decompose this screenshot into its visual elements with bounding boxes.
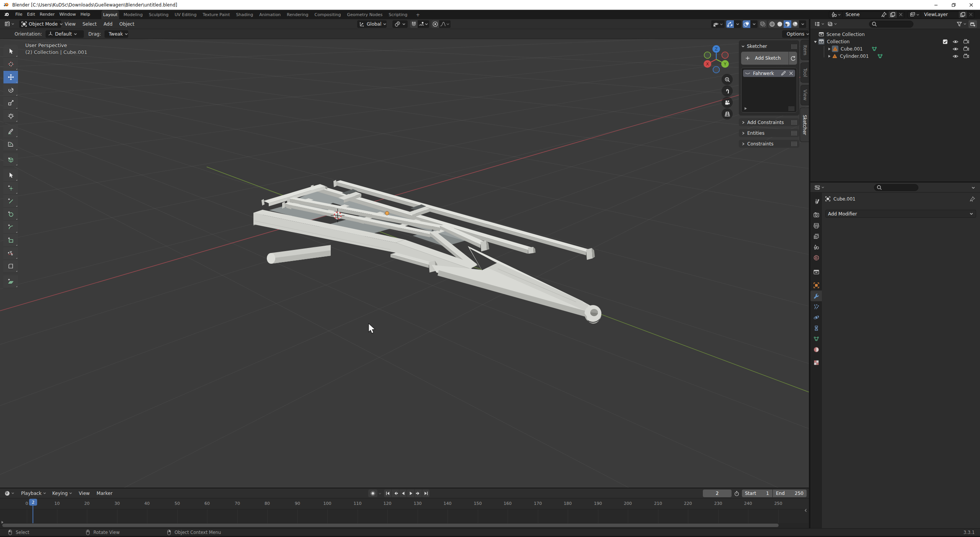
outliner-filter-display-button[interactable] — [826, 20, 838, 28]
properties-tab-material[interactable] — [810, 344, 822, 355]
workspace-tab-geometry-nodes[interactable]: Geometry Nodes — [345, 10, 384, 19]
properties-tab-particles[interactable] — [810, 301, 822, 312]
properties-tab-collection[interactable] — [810, 266, 822, 277]
menu-add[interactable]: Add — [100, 21, 116, 27]
menu-help[interactable]: Help — [78, 10, 92, 19]
menu-edit[interactable]: Edit — [24, 10, 37, 19]
outliner-row-scene-collection[interactable]: Scene Collection — [810, 31, 980, 38]
snap-target-dropdown[interactable] — [418, 20, 429, 28]
view-layer-copy-button[interactable] — [958, 11, 967, 18]
navigation-gizmo[interactable]: Z X Y — [702, 41, 731, 73]
timeline-scrollbar[interactable] — [0, 523, 809, 527]
workspace-tab-rendering[interactable]: Rendering — [285, 10, 310, 19]
current-frame-field[interactable]: 2 — [703, 490, 732, 497]
restore-button[interactable] — [945, 0, 962, 10]
properties-tab-scene[interactable] — [810, 242, 822, 252]
menu-object[interactable]: Object — [116, 21, 138, 27]
disclosure-open-icon[interactable] — [813, 40, 817, 44]
tool-select-tweak[interactable] — [3, 45, 18, 58]
tool-cad-select[interactable] — [3, 169, 18, 182]
outliner-filter-button[interactable] — [955, 20, 968, 28]
sketch-list[interactable]: Fahrwerk — [741, 68, 797, 113]
workspace-tab-compositing[interactable]: Compositing — [313, 10, 343, 19]
sidebar-tab-sketcher[interactable]: Sketcher — [800, 108, 809, 142]
menu-window[interactable]: Window — [57, 10, 78, 19]
tool-trim[interactable] — [3, 247, 18, 260]
menu-marker[interactable]: Marker — [93, 491, 116, 496]
panel-add-constraints[interactable]: Add Constraints — [739, 118, 799, 126]
camera-icon[interactable] — [963, 53, 969, 59]
tool-measure[interactable] — [3, 138, 18, 151]
shading-rendered-button[interactable] — [791, 20, 799, 28]
properties-tab-texture[interactable] — [810, 357, 822, 368]
auto-keying-toggle[interactable] — [368, 490, 377, 497]
tool-add-line[interactable] — [3, 195, 18, 208]
scene-selector[interactable]: Scene — [829, 11, 905, 18]
sidebar-tab-tool[interactable]: Tool — [800, 62, 809, 83]
overlays-toggle[interactable] — [743, 20, 750, 28]
workspace-tab-shading[interactable]: Shading — [235, 10, 255, 19]
outliner-row-collection[interactable]: Collection — [810, 38, 980, 45]
sketcher-panel-header[interactable]: Sketcher — [741, 42, 797, 51]
outliner-row-cylinder[interactable]: Cylinder.001 — [810, 52, 980, 60]
workspace-tab-modeling[interactable]: Modeling — [122, 10, 144, 19]
tool-add-cube[interactable] — [3, 153, 18, 166]
new-collection-button[interactable] — [969, 20, 977, 28]
play-reverse-button[interactable] — [399, 490, 407, 497]
add-modifier-button[interactable]: Add Modifier — [825, 210, 976, 218]
sidebar-tab-view[interactable]: View — [800, 85, 809, 105]
menu-keying[interactable]: Keying — [49, 491, 75, 496]
drag-orientation-dropdown[interactable]: Default — [46, 30, 84, 38]
viewport-pan-button[interactable] — [722, 85, 733, 96]
tool-add-rectangle[interactable] — [3, 234, 18, 247]
viewport-3d[interactable]: User Perspective (2) Collection | Cube.0… — [0, 39, 809, 488]
frame-end-field[interactable]: End 250 — [773, 490, 807, 497]
properties-tab-physics[interactable] — [810, 312, 822, 323]
previous-keyframe-button[interactable] — [392, 490, 399, 497]
viewport-camera-button[interactable] — [722, 97, 733, 108]
menu-playback[interactable]: Playback — [18, 491, 49, 496]
menu-select[interactable]: Select — [79, 21, 100, 27]
workspace-tab-sculpting[interactable]: Sculpting — [147, 10, 170, 19]
scene-unlink-button[interactable] — [897, 11, 904, 18]
workspace-tab-uv-editing[interactable]: UV Editing — [173, 10, 198, 19]
workspace-tab-layout[interactable]: Layout — [101, 10, 119, 19]
tool-add-circle[interactable] — [3, 208, 18, 221]
disclosure-closed-icon[interactable] — [827, 47, 831, 51]
camera-icon[interactable] — [963, 39, 969, 45]
properties-tab-modifiers[interactable] — [810, 291, 822, 301]
shading-solid-button[interactable] — [776, 20, 784, 28]
checkbox-icon[interactable] — [942, 39, 948, 44]
snap-toggle[interactable] — [410, 20, 418, 28]
viewport-canvas[interactable] — [0, 39, 809, 488]
eye-icon[interactable] — [952, 46, 959, 52]
xray-toggle[interactable] — [759, 20, 767, 28]
jump-to-end-button[interactable] — [422, 490, 430, 497]
scene-copy-button[interactable] — [888, 11, 897, 18]
proportional-edit-toggle[interactable] — [431, 20, 439, 28]
workspace-tab-animation[interactable]: Animation — [258, 10, 282, 19]
minimize-button[interactable] — [927, 0, 945, 10]
properties-tab-constraints[interactable] — [810, 323, 822, 333]
gizmos-dropdown[interactable] — [734, 20, 741, 28]
outliner-editor-type-button[interactable] — [813, 20, 826, 28]
shading-wireframe-button[interactable] — [768, 20, 776, 28]
use-preview-range-toggle[interactable] — [734, 491, 740, 496]
pivot-point-dropdown[interactable] — [392, 20, 408, 28]
gizmos-toggle[interactable] — [726, 20, 734, 28]
properties-tab-object[interactable] — [810, 280, 822, 291]
edit-icon[interactable] — [781, 70, 786, 76]
workspace-tab-scripting[interactable]: Scripting — [387, 10, 409, 19]
tool-cursor[interactable] — [3, 58, 18, 71]
view-layer-remove-button[interactable] — [967, 11, 974, 18]
tool-add-workplane[interactable] — [3, 275, 18, 288]
outliner-row-cube[interactable]: Cube.001 — [810, 45, 980, 52]
outliner-search-input[interactable] — [869, 21, 913, 28]
close-button[interactable] — [962, 0, 980, 10]
properties-tab-output[interactable] — [810, 220, 822, 231]
editor-type-button[interactable] — [3, 20, 16, 28]
tool-move[interactable] — [3, 71, 18, 84]
drag-action-dropdown[interactable]: Tweak — [105, 30, 128, 38]
tool-add-point[interactable] — [3, 182, 18, 195]
properties-options-button[interactable] — [971, 186, 975, 190]
